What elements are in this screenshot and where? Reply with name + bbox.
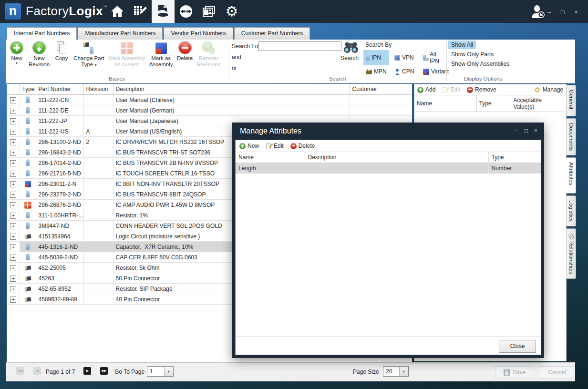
attribute-row[interactable]: Length Number bbox=[236, 163, 541, 174]
reports-icon[interactable] bbox=[197, 0, 220, 23]
revision-cell bbox=[83, 273, 113, 284]
dialog-close-button[interactable]: Close bbox=[499, 340, 536, 353]
show-only-parts-option[interactable]: Show Only Parts bbox=[448, 50, 496, 59]
dialog-edit-button[interactable]: Edit bbox=[266, 143, 284, 149]
customer-column-header[interactable]: Customer bbox=[350, 84, 412, 95]
search-by-ipn[interactable]: IPN bbox=[363, 50, 389, 65]
tab-attributes[interactable]: Attributes bbox=[566, 157, 576, 194]
row-expander[interactable]: + bbox=[10, 150, 16, 156]
next-page-button[interactable]: ▶ bbox=[83, 367, 91, 375]
row-expander[interactable]: + bbox=[10, 223, 16, 229]
cancel-button[interactable]: Cancel bbox=[539, 366, 575, 379]
attr-acceptable-column-header[interactable]: Acceptable Value(s) bbox=[511, 95, 566, 112]
planning-grid-icon[interactable] bbox=[129, 0, 152, 23]
close-button[interactable]: × bbox=[573, 9, 579, 16]
tab-manufacturer-part-numbers[interactable]: Manufacturer Part Numbers bbox=[78, 27, 163, 40]
attribute-add-button[interactable]: Add bbox=[417, 86, 435, 93]
previous-page-button[interactable]: ◀ bbox=[33, 367, 41, 375]
tab-vendor-part-numbers[interactable]: Vendor Part Numbers bbox=[164, 27, 233, 40]
search-by-cpn[interactable]: CPN bbox=[392, 67, 418, 76]
row-expander[interactable]: + bbox=[10, 202, 16, 208]
part-number-cell: 111-222-CN bbox=[36, 95, 83, 105]
part-type-icon bbox=[26, 171, 30, 176]
type-column-header[interactable]: Type bbox=[20, 84, 36, 95]
search-by-mpn[interactable]: MPN bbox=[363, 67, 389, 76]
parts-library-icon[interactable] bbox=[152, 0, 175, 23]
maximize-button[interactable]: □ bbox=[559, 9, 566, 16]
attribute-remove-button[interactable]: Remove bbox=[467, 86, 496, 93]
table-row[interactable]: + 111-222-DE User Manual (German) bbox=[7, 105, 412, 116]
search-button[interactable] bbox=[343, 41, 359, 53]
row-expander[interactable]: + bbox=[10, 234, 16, 240]
go-to-page-select[interactable]: 1 ▾ bbox=[147, 366, 174, 377]
row-expander[interactable]: + bbox=[10, 265, 16, 271]
row-expander[interactable]: + bbox=[10, 129, 16, 135]
save-button[interactable]: Save bbox=[495, 366, 534, 379]
dlg-type-column-header[interactable]: Type bbox=[488, 152, 541, 163]
reorder-revisions-icon bbox=[202, 41, 215, 54]
tab-logistics[interactable]: Logistics bbox=[567, 195, 576, 226]
attr-type-column-header[interactable]: Type bbox=[476, 95, 511, 112]
delete-button[interactable]: Delete bbox=[177, 41, 193, 61]
tab-general[interactable]: General bbox=[567, 85, 576, 116]
dialog-close-icon[interactable]: × bbox=[534, 127, 537, 134]
delete-icon bbox=[179, 41, 191, 54]
row-expander[interactable]: + bbox=[10, 297, 16, 303]
last-page-button[interactable]: ▶▶ bbox=[100, 367, 108, 375]
first-page-button[interactable]: ◀◀ bbox=[16, 367, 24, 375]
new-button[interactable]: New ▾ bbox=[9, 41, 25, 65]
dlg-name-column-header[interactable]: Name bbox=[236, 152, 305, 163]
tab-internal-part-numbers[interactable]: Internal Part Numbers bbox=[7, 27, 77, 40]
attribute-manage-button[interactable]: ⚙ Manage bbox=[534, 86, 563, 93]
row-expander[interactable]: + bbox=[10, 139, 16, 145]
new-revision-button[interactable]: New Revision bbox=[29, 41, 50, 68]
part-number-tabs: Internal Part Numbers Manufacturer Part … bbox=[7, 27, 311, 40]
revision-cell bbox=[83, 210, 113, 221]
row-expander[interactable]: + bbox=[10, 97, 16, 103]
tab-documents[interactable]: Documents bbox=[567, 118, 576, 155]
home-icon[interactable] bbox=[106, 0, 129, 23]
revision-column-header[interactable]: Revision bbox=[83, 84, 113, 95]
dialog-delete-button[interactable]: Delete bbox=[290, 143, 315, 149]
mark-assembly-as-current-button[interactable]: Mark Assembly as current bbox=[108, 41, 145, 68]
production-sync-icon[interactable] bbox=[175, 0, 197, 23]
row-expander[interactable]: + bbox=[10, 286, 16, 292]
reorder-revisions-button[interactable]: Reorder Revisions bbox=[197, 41, 221, 68]
row-expander[interactable]: + bbox=[10, 192, 16, 198]
copy-button[interactable]: Copy bbox=[53, 41, 70, 61]
table-row[interactable]: + 111-222-CN User Manual (Chinese) bbox=[7, 95, 412, 105]
show-all-option[interactable]: Show All bbox=[448, 41, 476, 49]
row-expander[interactable]: + bbox=[10, 244, 16, 250]
part-number-cell: 445-5039-2-ND bbox=[36, 252, 83, 263]
change-part-type-button[interactable]: Change Part Type ▾ bbox=[73, 41, 104, 68]
row-expander[interactable]: + bbox=[10, 276, 16, 282]
logout-user-icon[interactable] bbox=[531, 5, 546, 21]
search-for-input[interactable] bbox=[258, 41, 341, 51]
row-expander[interactable]: + bbox=[10, 213, 16, 219]
row-expander[interactable]: + bbox=[10, 118, 16, 124]
attr-name-column-header[interactable]: Name bbox=[414, 95, 476, 112]
row-expander[interactable]: + bbox=[10, 181, 16, 187]
part-number-column-header[interactable]: Part Number bbox=[36, 84, 83, 95]
revision-cell bbox=[83, 168, 113, 179]
mark-as-assembly-button[interactable]: Mark as Assembly bbox=[149, 41, 173, 68]
dialog-new-button[interactable]: New bbox=[239, 143, 259, 149]
tab-relationships[interactable]: Relationships bbox=[567, 228, 576, 279]
search-or-label: or bbox=[232, 65, 237, 72]
dialog-maximize-button[interactable]: □ bbox=[525, 127, 528, 134]
row-expander[interactable]: + bbox=[10, 160, 16, 166]
row-expander[interactable]: + bbox=[10, 255, 16, 261]
attribute-edit-button[interactable]: Edit bbox=[442, 86, 460, 93]
search-by-vpn[interactable]: VPN bbox=[392, 50, 418, 65]
row-expander[interactable]: + bbox=[10, 171, 16, 177]
dlg-description-column-header[interactable]: Description bbox=[305, 152, 488, 163]
dialog-minimize-button[interactable]: – bbox=[515, 127, 518, 134]
tab-customer-part-numbers[interactable]: Customer Part Numbers bbox=[234, 27, 310, 40]
show-only-assemblies-option[interactable]: Show Only Assemblies bbox=[448, 60, 512, 68]
description-column-header[interactable]: Description bbox=[113, 84, 350, 95]
revision-cell bbox=[83, 231, 113, 242]
page-size-select[interactable]: 20 ▾ bbox=[383, 366, 409, 377]
row-expander[interactable]: + bbox=[10, 108, 16, 114]
minimize-button[interactable]: – bbox=[546, 9, 553, 16]
settings-gear-icon[interactable]: ⚙ bbox=[220, 0, 243, 23]
